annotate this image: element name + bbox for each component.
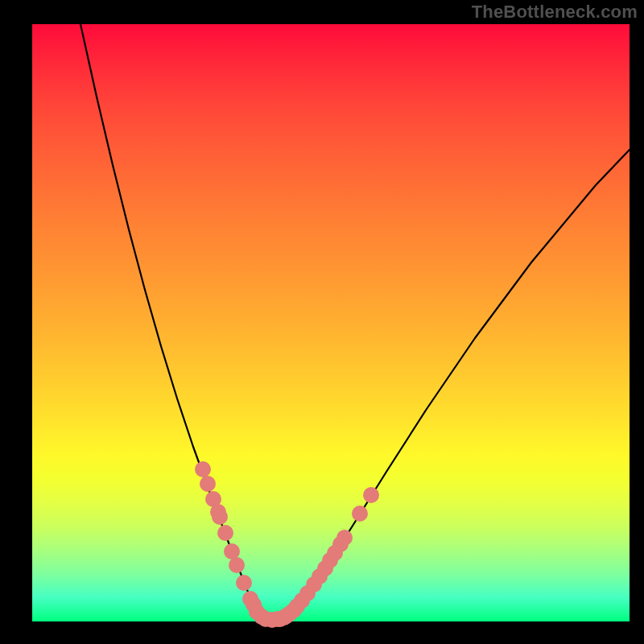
data-marker	[336, 530, 353, 546]
data-marker	[195, 461, 211, 477]
chart-svg	[32, 24, 630, 621]
markers-group	[195, 461, 379, 628]
data-marker	[363, 487, 379, 503]
data-marker	[200, 476, 216, 492]
bottleneck-curve	[80, 24, 630, 620]
data-marker	[224, 543, 240, 559]
data-marker	[236, 575, 252, 591]
data-marker	[212, 509, 228, 525]
watermark-text: TheBottleneck.com	[472, 2, 638, 23]
chart-frame: TheBottleneck.com	[0, 0, 644, 644]
data-marker	[217, 525, 233, 541]
data-marker	[229, 557, 245, 573]
data-marker	[352, 506, 368, 522]
plot-area	[32, 24, 630, 621]
